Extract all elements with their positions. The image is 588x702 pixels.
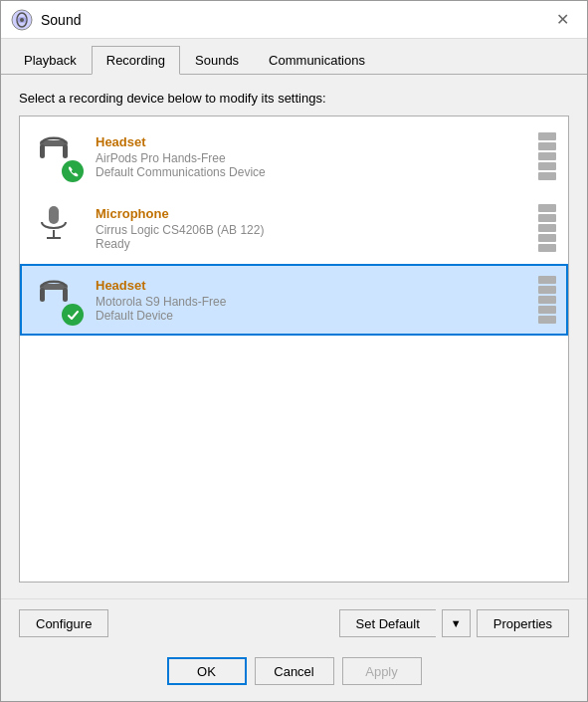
ok-button[interactable]: OK	[167, 657, 247, 685]
tab-playback[interactable]: Playback	[9, 46, 92, 75]
footer-buttons-row: OK Cancel Apply	[1, 647, 587, 701]
level-bars-mic	[538, 204, 556, 252]
level-bar	[538, 296, 556, 304]
svg-rect-6	[49, 206, 59, 224]
tab-recording[interactable]: Recording	[92, 46, 180, 75]
level-bar	[538, 132, 556, 140]
instruction-text: Select a recording device below to modif…	[19, 91, 569, 106]
device-badge-phone	[62, 160, 84, 182]
device-info-airpods: Headset AirPods Pro Hands-Free Default C…	[96, 134, 538, 179]
level-bar	[538, 204, 556, 212]
tab-communications[interactable]: Communications	[254, 46, 380, 75]
level-bar	[538, 234, 556, 242]
level-bar	[538, 224, 556, 232]
cancel-button[interactable]: Cancel	[255, 657, 334, 685]
svg-rect-11	[63, 288, 68, 302]
device-icon-wrap-mic	[32, 202, 84, 254]
level-bar	[538, 306, 556, 314]
device-sub1-mic: Cirrus Logic CS4206B (AB 122)	[96, 223, 538, 237]
configure-button[interactable]: Configure	[19, 609, 108, 637]
svg-rect-4	[40, 144, 45, 158]
device-info-motorola: Headset Motorola S9 Hands-Free Default D…	[96, 278, 538, 323]
main-content: Select a recording device below to modif…	[1, 75, 587, 598]
action-buttons-row: Configure Set Default ▼ Properties	[1, 598, 587, 647]
set-default-dropdown-button[interactable]: ▼	[442, 609, 471, 637]
svg-point-2	[20, 18, 24, 22]
device-sub1-motorola: Motorola S9 Hands-Free	[96, 295, 538, 309]
level-bars-motorola	[538, 276, 556, 324]
level-bar	[538, 214, 556, 222]
device-sub2-motorola: Default Device	[96, 309, 538, 323]
device-list: Headset AirPods Pro Hands-Free Default C…	[19, 116, 569, 583]
device-icon-wrap-motorola	[32, 274, 84, 326]
level-bar	[538, 142, 556, 150]
device-name-motorola: Headset	[96, 278, 538, 293]
device-sub2-mic: Ready	[96, 237, 538, 251]
level-bar	[538, 276, 556, 284]
device-name-airpods: Headset	[96, 134, 538, 149]
level-bar	[538, 162, 556, 170]
device-info-mic: Microphone Cirrus Logic CS4206B (AB 122)…	[96, 206, 538, 251]
tab-bar: Playback Recording Sounds Communications	[1, 39, 587, 75]
level-bar	[538, 244, 556, 252]
svg-rect-5	[63, 144, 68, 158]
svg-rect-10	[40, 288, 45, 302]
device-sub2-airpods: Default Communications Device	[96, 165, 538, 179]
device-badge-check	[62, 304, 84, 326]
sound-icon	[11, 9, 33, 31]
level-bar	[538, 286, 556, 294]
sound-dialog: Sound ✕ Playback Recording Sounds Commun…	[0, 0, 588, 702]
window-title: Sound	[41, 12, 547, 28]
device-icon-wrap-airpods	[32, 130, 84, 182]
level-bars-airpods	[538, 132, 556, 180]
title-bar: Sound ✕	[1, 1, 587, 39]
set-default-button[interactable]: Set Default	[339, 609, 436, 637]
close-button[interactable]: ✕	[547, 7, 577, 33]
microphone-icon	[32, 202, 76, 246]
device-item-motorola[interactable]: Headset Motorola S9 Hands-Free Default D…	[20, 264, 568, 336]
properties-button[interactable]: Properties	[477, 609, 569, 637]
device-item-mic[interactable]: Microphone Cirrus Logic CS4206B (AB 122)…	[20, 192, 568, 264]
tab-sounds[interactable]: Sounds	[180, 46, 254, 75]
device-item-airpods[interactable]: Headset AirPods Pro Hands-Free Default C…	[20, 120, 568, 192]
level-bar	[538, 152, 556, 160]
apply-button[interactable]: Apply	[342, 657, 422, 685]
level-bar	[538, 172, 556, 180]
level-bar	[538, 316, 556, 324]
device-sub1-airpods: AirPods Pro Hands-Free	[96, 151, 538, 165]
device-name-mic: Microphone	[96, 206, 538, 221]
